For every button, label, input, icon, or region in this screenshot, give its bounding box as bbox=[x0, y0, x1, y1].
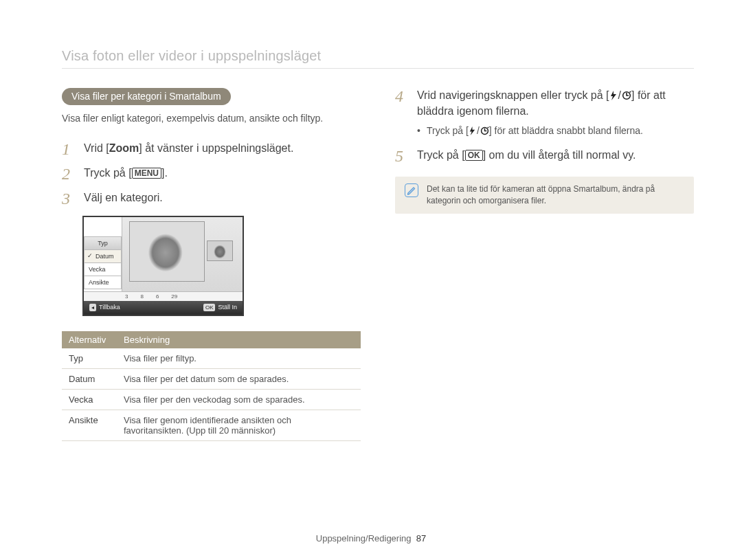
intro-text: Visa filer enligt kategori, exempelvis d… bbox=[62, 112, 361, 126]
screenshot-menu-item: Datum bbox=[84, 250, 122, 263]
screenshot-menu: Typ Datum Vecka Ansikte bbox=[84, 217, 122, 291]
camera-screenshot: Typ Datum Vecka Ansikte 3 8 6 29 bbox=[82, 216, 244, 316]
back-key-icon: ◂ bbox=[89, 304, 96, 311]
screenshot-menu-header: Typ bbox=[84, 236, 122, 250]
step-3: Välj en kategori. bbox=[62, 190, 361, 205]
ok-key-icon: OK bbox=[203, 304, 216, 311]
table-head-description: Beskrivning bbox=[117, 331, 361, 348]
table-row: Typ Visa filer per filtyp. bbox=[62, 348, 361, 369]
steps-right: Vrid navigeringsknappen eller tryck på [… bbox=[395, 88, 694, 163]
step-5: Tryck på [OK] om du vill återgå till nor… bbox=[395, 148, 694, 163]
ok-icon: OK bbox=[465, 150, 483, 161]
screenshot-set: OKStäll In bbox=[203, 304, 237, 311]
note-text: Det kan ta lite tid för kameran att öppn… bbox=[427, 183, 684, 207]
menu-icon: MENU bbox=[132, 168, 161, 179]
screenshot-menu-item: Ansikte bbox=[84, 276, 122, 289]
section-heading-pill: Visa filer per kategori i Smartalbum bbox=[62, 88, 231, 105]
note-icon bbox=[405, 183, 418, 197]
table-row: Datum Visa filer per det datum som de sp… bbox=[62, 368, 361, 389]
note-box: Det kan ta lite tid för kameran att öppn… bbox=[395, 177, 694, 214]
flash-timer-icon: / bbox=[469, 124, 489, 138]
steps-left: Vrid [Zoom] åt vänster i uppspelningsläg… bbox=[62, 141, 361, 206]
table-row: Ansikte Visa filer genom identifierade a… bbox=[62, 410, 361, 440]
step-2: Tryck på [MENU]. bbox=[62, 166, 361, 181]
right-column: Vrid navigeringsknappen eller tryck på [… bbox=[395, 88, 694, 441]
step-1-text: Vrid [Zoom] åt vänster i uppspelningsläg… bbox=[84, 142, 293, 154]
screenshot-menu-item: Vecka bbox=[84, 263, 122, 276]
step-4: Vrid navigeringsknappen eller tryck på [… bbox=[395, 88, 694, 138]
flash-timer-icon: / bbox=[609, 88, 631, 103]
options-table: Alternativ Beskrivning Typ Visa filer pe… bbox=[62, 331, 361, 441]
page-title: Visa foton eller videor i uppspelningslä… bbox=[62, 48, 694, 69]
table-row: Vecka Visa filer per den veckodag som de… bbox=[62, 389, 361, 410]
screenshot-photo-thumb bbox=[207, 240, 233, 261]
screenshot-ticks: 3 8 6 29 bbox=[84, 291, 243, 301]
page-footer: Uppspelning/Redigering 87 bbox=[0, 533, 742, 544]
left-column: Visa filer per kategori i Smartalbum Vis… bbox=[62, 88, 361, 441]
screenshot-back: ◂Tillbaka bbox=[89, 304, 120, 311]
step-1: Vrid [Zoom] åt vänster i uppspelningsläg… bbox=[62, 141, 361, 156]
table-head-option: Alternativ bbox=[62, 331, 117, 348]
step-4-sub: Tryck på [ / ] för att bläddra snabbt bl… bbox=[417, 124, 694, 138]
screenshot-photo-large bbox=[129, 221, 205, 282]
